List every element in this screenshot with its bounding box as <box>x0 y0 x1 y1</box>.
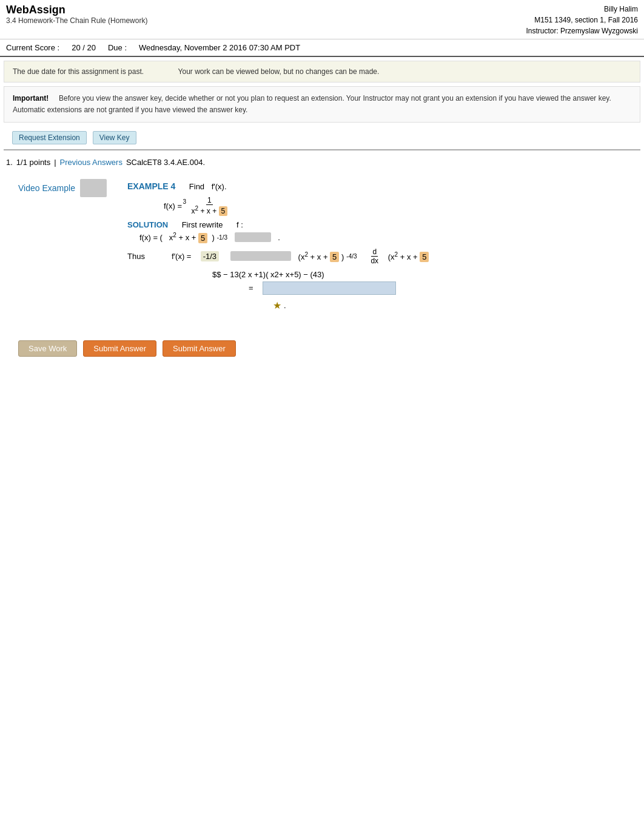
video-example-label: Video Example <box>18 183 75 193</box>
save-work-button[interactable]: Save Work <box>18 340 77 357</box>
due-value: Wednesday, November 2 2016 07:30 AM PDT <box>139 43 300 52</box>
video-thumbnail <box>80 179 107 197</box>
five-rewrite: 5 <box>198 233 207 243</box>
warning-label: Important! <box>13 94 49 103</box>
due-label: Due : <box>108 43 127 52</box>
d-dx-fraction: d dx <box>368 248 381 265</box>
coeff-highlight: -1/3 <box>201 251 219 261</box>
star-icon: ★ <box>273 300 281 311</box>
fx-eq-label: f(x) = <box>164 201 182 211</box>
equals-label: = <box>249 283 253 292</box>
header-right: Billy Halim M151 1349, section 1, Fall 2… <box>526 4 638 36</box>
question-section: 1. 1/1 points | Previous Answers SCalcET… <box>0 154 644 366</box>
question-points: 1/1 points <box>16 158 50 167</box>
solution-label: SOLUTION <box>127 220 168 229</box>
page-header: WebAssign 3.4 Homework-The Chain Rule (H… <box>0 0 644 39</box>
warning-text: Before you view the answer key, decide w… <box>13 94 611 114</box>
question-number: 1. <box>6 158 13 167</box>
numerator: 1 <box>206 196 213 205</box>
five-base: 5 <box>330 252 339 262</box>
submit-answer-button[interactable]: Submit Answer <box>83 340 156 357</box>
d-numerator: d <box>371 248 378 257</box>
notice-text: The due date for this assignment is past… <box>13 67 144 76</box>
score-value: 20 / 20 <box>72 43 96 52</box>
function-label: f′(x). <box>212 182 227 191</box>
bottom-buttons: Save Work Submit Answer Submit Answer <box>6 334 638 363</box>
dot1: . <box>278 233 280 242</box>
power-4-3: -4/3 <box>346 253 357 260</box>
answer-box-wide <box>263 281 396 295</box>
rewrite-line: f(x) = ( x2 + x + 5 ) -1/3 . <box>139 232 626 242</box>
example-title-line: EXAMPLE 4 Find f′(x). <box>127 181 626 191</box>
five-ddx: 5 <box>420 252 429 262</box>
question-header: 1. 1/1 points | Previous Answers SCalcET… <box>6 158 638 167</box>
fraction-container: 3 1 x2 + x + 5 <box>189 196 230 215</box>
fraction: 1 x2 + x + 5 <box>190 196 229 215</box>
fprime-thus: f′(x) = <box>172 252 191 261</box>
d-dx-expr: (x2 + x + 5 <box>388 251 429 261</box>
assignment-name: 3.4 Homework-The Chain Rule (Homework) <box>6 16 147 25</box>
user-name: Billy Halim <box>526 4 638 15</box>
step2-line: $$ − 13(2 x +1)( x2+ x+5) − (43) <box>212 270 626 279</box>
request-extension-button[interactable]: Request Extension <box>12 131 87 144</box>
video-example-col: Video Example <box>18 179 115 315</box>
first-rewrite: First rewrite <box>182 220 223 229</box>
denominator: x2 + x + 5 <box>190 205 229 215</box>
dot-label: . <box>284 301 286 310</box>
five-highlight: 5 <box>219 206 228 216</box>
example-title: EXAMPLE 4 <box>127 181 175 191</box>
star-line: ★ . <box>273 300 626 311</box>
step2-expr: $$ − 13(2 x +1)( x2+ x+5) − (43) <box>212 270 324 279</box>
blurred-result-1 <box>235 232 271 242</box>
notice-sub-text: Your work can be viewed below, but no ch… <box>178 67 380 76</box>
cube-root-3: 3 <box>183 198 187 205</box>
instructor-info: Instructor: Przemyslaw Wyzgowski <box>526 25 638 36</box>
score-bar: Current Score : 20 / 20 Due : Wednesday,… <box>0 39 644 57</box>
user-info: M151 1349, section 1, Fall 2016 <box>526 15 638 25</box>
blurred-2 <box>230 251 291 261</box>
equals-line: = <box>249 281 626 295</box>
f-colon: f : <box>236 220 243 229</box>
question-code: SCalcET8 3.4.AE.004. <box>126 158 205 167</box>
site-name: WebAssign <box>6 4 147 16</box>
solution-line: SOLUTION First rewrite f : <box>127 220 626 229</box>
video-example-button[interactable]: Video Example <box>18 179 115 197</box>
base-expr: (x2 + x + 5 ) <box>298 251 344 261</box>
submit-answer-button-2[interactable]: Submit Answer <box>163 340 236 357</box>
header-left: WebAssign 3.4 Homework-The Chain Rule (H… <box>6 4 147 36</box>
warning-box: Important! Before you view the answer ke… <box>4 86 640 123</box>
thus-label: Thus <box>127 252 145 261</box>
d-dx: d dx <box>369 248 380 265</box>
d-denominator: dx <box>369 257 380 265</box>
separator: | <box>54 158 56 167</box>
view-key-button[interactable]: View Key <box>93 131 136 144</box>
buttons-row: Request Extension View Key <box>4 126 640 150</box>
notice-bar: The due date for this assignment is past… <box>4 61 640 83</box>
current-score-label: Current Score : <box>6 43 59 52</box>
exponent-rewrite: -1/3 <box>217 234 227 241</box>
math-content: EXAMPLE 4 Find f′(x). f(x) = 3 1 x2 + x … <box>127 179 626 315</box>
previous-answers-link[interactable]: Previous Answers <box>60 158 122 167</box>
rewrite-fx: f(x) = ( x2 + x + 5 ) <box>139 232 215 242</box>
fx-definition: f(x) = 3 1 x2 + x + 5 <box>164 196 626 215</box>
thus-line: Thus f′(x) = -1/3 (x2 + x + 5 ) -4/3 <box>127 248 626 265</box>
content-area: Video Example EXAMPLE 4 Find f′(x). f(x)… <box>6 173 638 322</box>
find-label: Find <box>189 182 204 191</box>
